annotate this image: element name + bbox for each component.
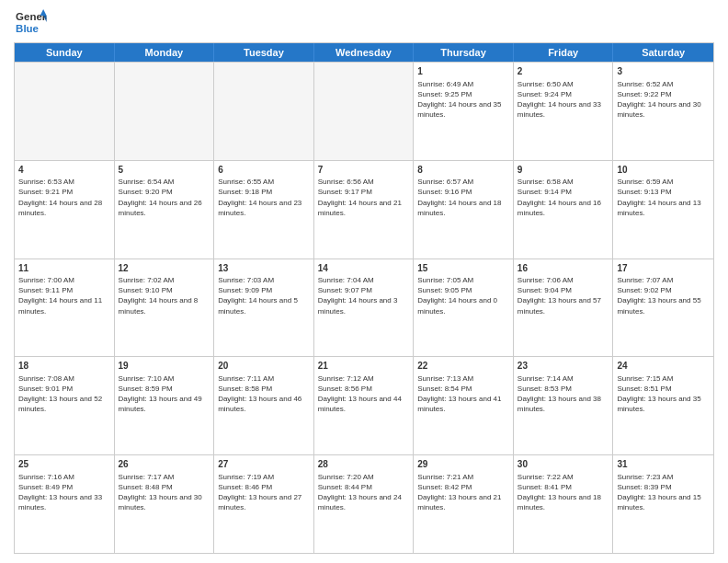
calendar-cell: 15Sunrise: 7:05 AMSunset: 9:05 PMDayligh…: [414, 259, 514, 357]
calendar-row-2: 11Sunrise: 7:00 AMSunset: 9:11 PMDayligh…: [15, 259, 713, 357]
cell-info: Sunrise: 6:55 AMSunset: 9:18 PMDaylight:…: [218, 177, 310, 218]
cell-info: Sunrise: 7:06 AMSunset: 9:04 PMDaylight:…: [518, 275, 609, 316]
cell-info: Sunrise: 7:19 AMSunset: 8:46 PMDaylight:…: [218, 472, 310, 513]
logo: General Blue: [14, 9, 47, 37]
calendar-cell: 10Sunrise: 6:59 AMSunset: 9:13 PMDayligh…: [613, 161, 713, 259]
calendar-cell: [115, 63, 215, 160]
day-number: 18: [18, 360, 110, 373]
calendar-cell: 29Sunrise: 7:21 AMSunset: 8:42 PMDayligh…: [414, 455, 514, 553]
calendar-cell: 9Sunrise: 6:58 AMSunset: 9:14 PMDaylight…: [514, 161, 614, 259]
calendar-cell: 14Sunrise: 7:04 AMSunset: 9:07 PMDayligh…: [314, 259, 415, 357]
calendar-cell: 26Sunrise: 7:17 AMSunset: 8:48 PMDayligh…: [115, 455, 215, 553]
cell-info: Sunrise: 7:08 AMSunset: 9:01 PMDaylight:…: [18, 373, 110, 415]
cell-info: Sunrise: 7:00 AMSunset: 9:11 PMDaylight:…: [18, 275, 110, 316]
day-number: 31: [617, 458, 710, 471]
calendar-cell: [314, 63, 415, 160]
day-number: 5: [119, 164, 210, 177]
day-number: 27: [218, 458, 310, 471]
day-number: 11: [18, 262, 110, 275]
calendar: SundayMondayTuesdayWednesdayThursdayFrid…: [14, 42, 714, 554]
header-day-saturday: Saturday: [613, 43, 713, 62]
cell-info: Sunrise: 7:17 AMSunset: 8:48 PMDaylight:…: [119, 472, 210, 513]
day-number: 25: [18, 458, 110, 471]
cell-info: Sunrise: 7:16 AMSunset: 8:49 PMDaylight:…: [18, 472, 110, 513]
calendar-cell: 21Sunrise: 7:12 AMSunset: 8:56 PMDayligh…: [314, 357, 415, 454]
calendar-cell: 27Sunrise: 7:19 AMSunset: 8:46 PMDayligh…: [214, 455, 314, 553]
day-number: 24: [617, 360, 710, 373]
day-number: 13: [218, 262, 310, 275]
day-number: 29: [417, 458, 509, 471]
cell-info: Sunrise: 7:14 AMSunset: 8:53 PMDaylight:…: [518, 373, 609, 415]
cell-info: Sunrise: 7:10 AMSunset: 8:59 PMDaylight:…: [119, 373, 210, 415]
cell-info: Sunrise: 7:13 AMSunset: 8:54 PMDaylight:…: [417, 373, 509, 415]
calendar-cell: 17Sunrise: 7:07 AMSunset: 9:02 PMDayligh…: [613, 259, 713, 357]
cell-info: Sunrise: 7:15 AMSunset: 8:51 PMDaylight:…: [617, 373, 710, 415]
svg-text:Blue: Blue: [16, 23, 39, 34]
page: General Blue SundayMondayTuesdayWednesda…: [0, 0, 728, 563]
calendar-cell: 16Sunrise: 7:06 AMSunset: 9:04 PMDayligh…: [514, 259, 614, 357]
cell-info: Sunrise: 6:52 AMSunset: 9:22 PMDaylight:…: [617, 79, 710, 121]
calendar-cell: 2Sunrise: 6:50 AMSunset: 9:24 PMDaylight…: [514, 63, 614, 160]
header-day-friday: Friday: [514, 43, 614, 62]
cell-info: Sunrise: 7:04 AMSunset: 9:07 PMDaylight:…: [318, 275, 410, 316]
calendar-cell: 7Sunrise: 6:56 AMSunset: 9:17 PMDaylight…: [314, 161, 415, 259]
cell-info: Sunrise: 7:11 AMSunset: 8:58 PMDaylight:…: [218, 373, 310, 415]
calendar-cell: 12Sunrise: 7:02 AMSunset: 9:10 PMDayligh…: [115, 259, 215, 357]
cell-info: Sunrise: 7:07 AMSunset: 9:02 PMDaylight:…: [617, 275, 710, 316]
cell-info: Sunrise: 7:23 AMSunset: 8:39 PMDaylight:…: [617, 472, 710, 513]
cell-info: Sunrise: 6:53 AMSunset: 9:21 PMDaylight:…: [18, 177, 110, 218]
calendar-cell: 1Sunrise: 6:49 AMSunset: 9:25 PMDaylight…: [414, 63, 514, 160]
day-number: 16: [518, 262, 609, 275]
calendar-header: SundayMondayTuesdayWednesdayThursdayFrid…: [15, 43, 713, 62]
day-number: 21: [318, 360, 410, 373]
calendar-cell: 8Sunrise: 6:57 AMSunset: 9:16 PMDaylight…: [414, 161, 514, 259]
header-day-wednesday: Wednesday: [314, 43, 415, 62]
day-number: 7: [318, 164, 410, 177]
cell-info: Sunrise: 6:59 AMSunset: 9:13 PMDaylight:…: [617, 177, 710, 218]
calendar-cell: 30Sunrise: 7:22 AMSunset: 8:41 PMDayligh…: [514, 455, 614, 553]
day-number: 9: [518, 164, 609, 177]
calendar-row-0: 1Sunrise: 6:49 AMSunset: 9:25 PMDaylight…: [15, 62, 713, 160]
calendar-cell: 22Sunrise: 7:13 AMSunset: 8:54 PMDayligh…: [414, 357, 514, 454]
calendar-cell: 13Sunrise: 7:03 AMSunset: 9:09 PMDayligh…: [214, 259, 314, 357]
cell-info: Sunrise: 7:12 AMSunset: 8:56 PMDaylight:…: [318, 373, 410, 415]
day-number: 20: [218, 360, 310, 373]
logo-icon: General Blue: [14, 9, 47, 37]
header-day-sunday: Sunday: [15, 43, 115, 62]
calendar-row-3: 18Sunrise: 7:08 AMSunset: 9:01 PMDayligh…: [15, 356, 713, 454]
calendar-cell: 4Sunrise: 6:53 AMSunset: 9:21 PMDaylight…: [15, 161, 115, 259]
day-number: 23: [518, 360, 609, 373]
header-day-monday: Monday: [115, 43, 215, 62]
calendar-row-1: 4Sunrise: 6:53 AMSunset: 9:21 PMDaylight…: [15, 160, 713, 259]
day-number: 3: [617, 65, 710, 78]
calendar-cell: 20Sunrise: 7:11 AMSunset: 8:58 PMDayligh…: [214, 357, 314, 454]
calendar-cell: 11Sunrise: 7:00 AMSunset: 9:11 PMDayligh…: [15, 259, 115, 357]
day-number: 30: [518, 458, 609, 471]
day-number: 17: [617, 262, 710, 275]
calendar-cell: 31Sunrise: 7:23 AMSunset: 8:39 PMDayligh…: [613, 455, 713, 553]
cell-info: Sunrise: 6:54 AMSunset: 9:20 PMDaylight:…: [119, 177, 210, 218]
calendar-row-4: 25Sunrise: 7:16 AMSunset: 8:49 PMDayligh…: [15, 454, 713, 553]
calendar-cell: 23Sunrise: 7:14 AMSunset: 8:53 PMDayligh…: [514, 357, 614, 454]
day-number: 22: [417, 360, 509, 373]
calendar-cell: 19Sunrise: 7:10 AMSunset: 8:59 PMDayligh…: [115, 357, 215, 454]
calendar-cell: 6Sunrise: 6:55 AMSunset: 9:18 PMDaylight…: [214, 161, 314, 259]
day-number: 15: [417, 262, 509, 275]
cell-info: Sunrise: 6:58 AMSunset: 9:14 PMDaylight:…: [518, 177, 609, 218]
day-number: 10: [617, 164, 710, 177]
cell-info: Sunrise: 7:03 AMSunset: 9:09 PMDaylight:…: [218, 275, 310, 316]
cell-info: Sunrise: 6:56 AMSunset: 9:17 PMDaylight:…: [318, 177, 410, 218]
calendar-body: 1Sunrise: 6:49 AMSunset: 9:25 PMDaylight…: [15, 62, 713, 553]
day-number: 19: [119, 360, 210, 373]
day-number: 26: [119, 458, 210, 471]
cell-info: Sunrise: 7:05 AMSunset: 9:05 PMDaylight:…: [417, 275, 509, 316]
cell-info: Sunrise: 6:50 AMSunset: 9:24 PMDaylight:…: [518, 79, 609, 121]
calendar-cell: [214, 63, 314, 160]
cell-info: Sunrise: 7:20 AMSunset: 8:44 PMDaylight:…: [318, 472, 410, 513]
calendar-cell: 3Sunrise: 6:52 AMSunset: 9:22 PMDaylight…: [613, 63, 713, 160]
calendar-cell: 5Sunrise: 6:54 AMSunset: 9:20 PMDaylight…: [115, 161, 215, 259]
day-number: 6: [218, 164, 310, 177]
header: General Blue: [14, 9, 714, 37]
header-day-thursday: Thursday: [414, 43, 514, 62]
calendar-cell: 25Sunrise: 7:16 AMSunset: 8:49 PMDayligh…: [15, 455, 115, 553]
